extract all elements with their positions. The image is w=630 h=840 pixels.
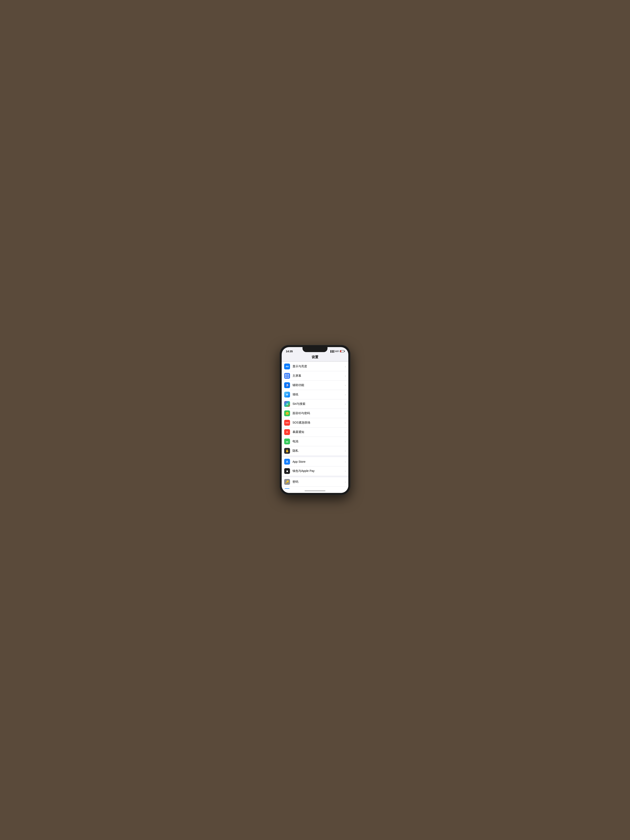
page-title: 设置 bbox=[282, 355, 348, 361]
settings-cell-siri[interactable]: ◎ Siri与搜索 › bbox=[282, 399, 348, 409]
settings-cell-wallpaper[interactable]: ❋ 墙纸 › bbox=[282, 390, 348, 399]
phone-device: 14:35 ▐▐▐ WiFi 设置 AA 显示与亮度 bbox=[279, 345, 351, 495]
status-time: 14:35 bbox=[286, 350, 293, 353]
passwords-icon: 🔑 bbox=[284, 479, 290, 485]
wallpaper-icon: ❋ bbox=[284, 392, 290, 398]
settings-cell-faceid[interactable]: 🙂 面容ID与密码 › bbox=[282, 409, 348, 418]
settings-cell-appstore[interactable]: A App Store › bbox=[282, 457, 348, 466]
settings-cell-display[interactable]: AA 显示与亮度 › bbox=[282, 362, 348, 371]
privacy-label: 隐私 bbox=[292, 449, 345, 453]
sos-chevron: › bbox=[345, 421, 346, 425]
settings-cell-privacy[interactable]: ✋ 隐私 › bbox=[282, 446, 348, 455]
settings-cell-accessibility[interactable]: ♿ 辅助功能 › bbox=[282, 381, 348, 390]
phone-screen: 14:35 ▐▐▐ WiFi 设置 AA 显示与亮度 bbox=[282, 347, 348, 493]
settings-cell-exposure[interactable]: ✳ 暴露通知 › bbox=[282, 428, 348, 437]
exposure-icon: ✳ bbox=[284, 429, 290, 435]
accessibility-chevron: › bbox=[345, 384, 346, 387]
sos-label: SOS紧急联络 bbox=[292, 421, 345, 425]
settings-cell-sos[interactable]: SOS SOS紧急联络 › bbox=[282, 418, 348, 428]
home-indicator bbox=[282, 489, 348, 493]
siri-chevron: › bbox=[345, 402, 346, 406]
privacy-chevron: › bbox=[345, 449, 346, 453]
siri-icon: ◎ bbox=[284, 401, 290, 407]
signal-icon: ▐▐▐ bbox=[330, 350, 334, 352]
exposure-chevron: › bbox=[345, 430, 346, 434]
settings-cell-passwords[interactable]: 🔑 密码 › bbox=[282, 477, 348, 487]
wallpaper-chevron: › bbox=[345, 393, 346, 396]
wallet-chevron: › bbox=[345, 469, 346, 473]
settings-cell-mail[interactable]: ✉ 邮件 › bbox=[282, 487, 348, 489]
display-icon: AA bbox=[284, 363, 290, 369]
homescreen-chevron: › bbox=[345, 374, 346, 377]
settings-cell-battery[interactable]: ▬ 电池 › bbox=[282, 437, 348, 446]
faceid-chevron: › bbox=[345, 412, 346, 415]
appstore-label: App Store bbox=[292, 460, 345, 463]
wallet-label: 钱包与Apple Pay bbox=[292, 469, 345, 473]
wifi-icon: WiFi bbox=[335, 350, 339, 352]
accessibility-label: 辅助功能 bbox=[292, 383, 345, 387]
settings-group-store: A App Store › ◼ 钱包与Apple Pay › bbox=[282, 457, 348, 475]
exposure-label: 暴露通知 bbox=[292, 430, 345, 434]
appstore-chevron: › bbox=[345, 460, 346, 463]
settings-cell-wallet[interactable]: ◼ 钱包与Apple Pay › bbox=[282, 466, 348, 475]
homescreen-label: 主屏幕 bbox=[292, 374, 345, 378]
passwords-label: 密码 bbox=[292, 480, 345, 484]
faceid-label: 面容ID与密码 bbox=[292, 412, 345, 415]
battery-icon bbox=[340, 350, 344, 352]
passwords-chevron: › bbox=[345, 480, 346, 483]
home-bar bbox=[305, 490, 325, 491]
display-chevron: › bbox=[345, 365, 346, 368]
display-label: 显示与亮度 bbox=[292, 365, 345, 368]
wallpaper-label: 墙纸 bbox=[292, 393, 345, 396]
appstore-icon: A bbox=[284, 459, 290, 464]
battery-chevron: › bbox=[345, 440, 346, 443]
homescreen-icon bbox=[284, 373, 290, 379]
privacy-icon: ✋ bbox=[284, 448, 290, 454]
settings-scroll-area[interactable]: AA 显示与亮度 › bbox=[282, 361, 348, 489]
battery-cell-icon: ▬ bbox=[284, 439, 290, 444]
siri-label: Siri与搜索 bbox=[292, 402, 345, 406]
settings-group-apps: 🔑 密码 › ✉ 邮件 › 👤 通讯录 › bbox=[282, 477, 348, 489]
accessibility-icon: ♿ bbox=[284, 382, 290, 388]
status-icons: ▐▐▐ WiFi bbox=[330, 350, 344, 352]
settings-cell-homescreen[interactable]: 主屏幕 › bbox=[282, 371, 348, 381]
wallet-icon: ◼ bbox=[284, 468, 290, 474]
sos-icon: SOS bbox=[284, 420, 290, 426]
battery-label: 电池 bbox=[292, 440, 345, 443]
faceid-icon: 🙂 bbox=[284, 411, 290, 416]
settings-group-display: AA 显示与亮度 › bbox=[282, 362, 348, 455]
notch bbox=[303, 347, 327, 352]
